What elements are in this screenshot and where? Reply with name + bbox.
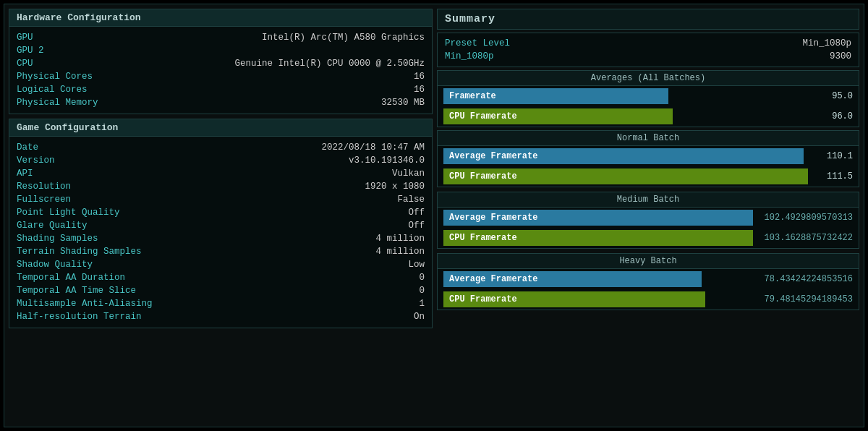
gpu-row: GPU Intel(R) Arc(TM) A580 Graphics (17, 31, 425, 44)
gpu-value: Intel(R) Arc(TM) A580 Graphics (262, 33, 425, 43)
resolution-row: Resolution 1920 x 1080 (17, 180, 425, 193)
avg-framerate-row: Framerate 95.0 (438, 86, 859, 106)
logical-cores-label: Logical Cores (17, 85, 88, 95)
avg-cpu-row: CPU Framerate 96.0 (438, 106, 859, 127)
temporal-aa-duration-label: Temporal AA Duration (17, 273, 125, 283)
temporal-aa-slice-row: Temporal AA Time Slice 0 (17, 284, 425, 297)
date-value: 2022/08/18 10:47 AM (321, 142, 425, 153)
glare-value: Off (408, 221, 425, 231)
logical-cores-row: Logical Cores 16 (17, 83, 425, 96)
terrain-shading-label: Terrain Shading Samples (17, 247, 142, 257)
medium-avg-row: Average Framerate 102.4929809570313 (438, 208, 859, 228)
point-light-label: Point Light Quality (17, 208, 120, 218)
shadow-quality-label: Shadow Quality (17, 260, 93, 270)
summary-header: Summary (437, 9, 859, 30)
glare-label: Glare Quality (17, 221, 88, 231)
preset-section: Preset Level Min_1080p Min_1080p 9300 (437, 33, 859, 67)
normal-avg-row: Average Framerate 110.1 (438, 146, 859, 166)
api-value: Vulkan (392, 168, 425, 179)
medium-cpu-value: 103.1628875732422 (759, 233, 853, 243)
temporal-aa-slice-value: 0 (419, 286, 425, 296)
date-row: Date 2022/08/18 10:47 AM (17, 141, 425, 154)
terrain-shading-value: 4 million (375, 247, 425, 257)
heavy-cpu-row: CPU Framerate 79.48145294189453 (438, 289, 859, 310)
temporal-aa-duration-row: Temporal AA Duration 0 (17, 271, 425, 284)
msaa-label: Multisample Anti-Aliasing (17, 299, 153, 309)
right-panel: Summary Preset Level Min_1080p Min_1080p… (437, 9, 859, 422)
msaa-value: 1 (419, 299, 425, 309)
game-section: Game Configuration Date 2022/08/18 10:47… (9, 119, 433, 328)
heavy-avg-row: Average Framerate 78.43424224853516 (438, 269, 859, 289)
terrain-shading-row: Terrain Shading Samples 4 million (17, 245, 425, 258)
min1080p-row: Min_1080p 9300 (445, 50, 851, 63)
heavy-cpu-value: 79.48145294189453 (759, 294, 853, 304)
avg-framerate-value: 95.0 (826, 91, 853, 101)
physical-memory-value: 32530 MB (381, 98, 425, 108)
hardware-header: Hardware Configuration (9, 9, 432, 27)
shadow-quality-row: Shadow Quality Low (17, 258, 425, 271)
fullscreen-label: Fullscreen (17, 195, 71, 205)
medium-batch-header: Medium Batch (438, 192, 859, 208)
half-res-terrain-label: Half-resolution Terrain (17, 312, 142, 322)
shading-samples-value: 4 million (375, 234, 425, 244)
heavy-avg-bar: Average Framerate (443, 271, 702, 287)
temporal-aa-duration-value: 0 (419, 273, 425, 283)
normal-cpu-row: CPU Framerate 111.5 (438, 166, 859, 187)
min1080p-value: 9300 (830, 51, 851, 61)
cpu-label: CPU (17, 59, 33, 69)
shadow-quality-value: Low (408, 260, 425, 270)
api-row: API Vulkan (17, 167, 425, 180)
normal-batch-header: Normal Batch (438, 131, 859, 146)
normal-cpu-bar: CPU Framerate (443, 168, 808, 184)
hardware-section: Hardware Configuration GPU Intel(R) Arc(… (9, 9, 433, 114)
version-label: Version (17, 155, 55, 166)
preset-level-row: Preset Level Min_1080p (445, 37, 851, 50)
avg-framerate-bar: Framerate (443, 88, 668, 104)
gpu-label: GPU (17, 33, 33, 43)
game-header: Game Configuration (9, 119, 432, 137)
physical-memory-row: Physical Memory 32530 MB (17, 96, 425, 109)
point-light-value: Off (408, 208, 425, 218)
physical-memory-label: Physical Memory (17, 98, 98, 108)
normal-avg-bar: Average Framerate (443, 148, 804, 164)
preset-level-label: Preset Level (445, 38, 510, 48)
date-label: Date (17, 142, 38, 153)
version-value: v3.10.191346.0 (349, 155, 425, 166)
normal-avg-value: 110.1 (821, 151, 853, 161)
left-panel: Hardware Configuration GPU Intel(R) Arc(… (9, 9, 433, 422)
fullscreen-value: False (397, 195, 425, 205)
half-res-terrain-row: Half-resolution Terrain On (17, 310, 425, 323)
version-row: Version v3.10.191346.0 (17, 154, 425, 167)
fullscreen-row: Fullscreen False (17, 193, 425, 206)
normal-cpu-value: 111.5 (821, 171, 853, 182)
medium-avg-value: 102.4929809570313 (759, 213, 853, 223)
hardware-content: GPU Intel(R) Arc(TM) A580 Graphics GPU 2… (9, 27, 432, 114)
temporal-aa-slice-label: Temporal AA Time Slice (17, 286, 136, 296)
half-res-terrain-value: On (414, 312, 425, 322)
physical-cores-label: Physical Cores (17, 72, 93, 82)
medium-avg-bar: Average Framerate (443, 210, 753, 226)
averages-header: Averages (All Batches) (437, 70, 859, 85)
logical-cores-value: 16 (414, 85, 425, 95)
averages-box: Framerate 95.0 CPU Framerate 96.0 (437, 85, 859, 127)
averages-section: Averages (All Batches) Framerate 95.0 CP… (437, 70, 859, 127)
physical-cores-value: 16 (414, 72, 425, 82)
resolution-label: Resolution (17, 182, 71, 192)
heavy-cpu-bar: CPU Framerate (443, 291, 705, 307)
min1080p-label: Min_1080p (445, 51, 494, 61)
msaa-row: Multisample Anti-Aliasing 1 (17, 297, 425, 310)
gpu2-label: GPU 2 (17, 46, 44, 56)
cpu-row: CPU Genuine Intel(R) CPU 0000 @ 2.50GHz (17, 57, 425, 70)
avg-cpu-value: 96.0 (826, 111, 853, 121)
medium-cpu-bar: CPU Framerate (443, 230, 753, 246)
cpu-value: Genuine Intel(R) CPU 0000 @ 2.50GHz (234, 59, 425, 69)
api-label: API (17, 168, 33, 179)
gpu2-row: GPU 2 (17, 44, 425, 57)
avg-cpu-bar: CPU Framerate (443, 108, 673, 124)
resolution-value: 1920 x 1080 (365, 182, 425, 192)
physical-cores-row: Physical Cores 16 (17, 70, 425, 83)
heavy-batch-section: Heavy Batch Average Framerate 78.4342422… (437, 253, 859, 310)
heavy-batch-header: Heavy Batch (438, 254, 859, 269)
game-content: Date 2022/08/18 10:47 AM Version v3.10.1… (9, 137, 432, 328)
normal-batch-section: Normal Batch Average Framerate 110.1 CPU… (437, 130, 859, 187)
